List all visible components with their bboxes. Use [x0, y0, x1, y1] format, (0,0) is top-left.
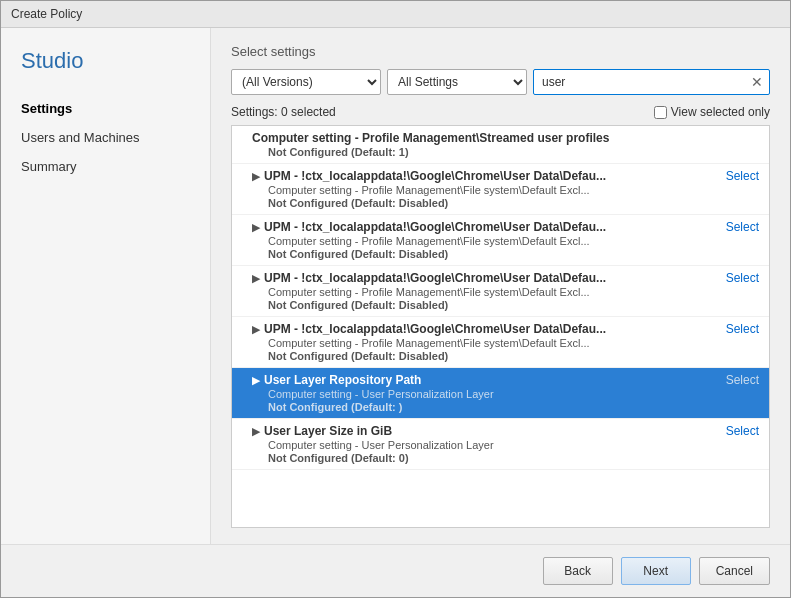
list-item[interactable]: ▶ UPM - !ctx_localappdata!\Google\Chrome… — [232, 164, 769, 215]
item-status: Not Configured (Default: Disabled) — [252, 248, 759, 260]
item-header: ▶ UPM - !ctx_localappdata!\Google\Chrome… — [252, 271, 759, 285]
item-header: ▶ UPM - !ctx_localappdata!\Google\Chrome… — [252, 220, 759, 234]
list-item[interactable]: ▶ UPM - !ctx_localappdata!\Google\Chrome… — [232, 317, 769, 368]
item-path: Computer setting - Profile Management\Fi… — [252, 286, 759, 298]
view-selected-checkbox[interactable] — [654, 106, 667, 119]
sidebar-item-users-label: Users and Machines — [21, 130, 140, 145]
arrow-icon: ▶ — [252, 272, 260, 285]
item-status: Not Configured (Default: Disabled) — [252, 350, 759, 362]
sidebar-item-summary[interactable]: Summary — [1, 152, 210, 181]
list-item-selected[interactable]: ▶ User Layer Repository Path Select Comp… — [232, 368, 769, 419]
item-status: Not Configured (Default: Disabled) — [252, 299, 759, 311]
item-header: ▶ UPM - !ctx_localappdata!\Google\Chrome… — [252, 322, 759, 336]
main-window: Create Policy Studio Settings Users and … — [0, 0, 791, 598]
settings-list[interactable]: Computer setting - Profile Management\St… — [231, 125, 770, 528]
item-title-row: ▶ UPM - !ctx_localappdata!\Google\Chrome… — [252, 322, 606, 336]
back-button[interactable]: Back — [543, 557, 613, 585]
item-status: Not Configured (Default: Disabled) — [252, 197, 759, 209]
item-path: Computer setting - User Personalization … — [252, 439, 759, 451]
list-item[interactable]: ▶ UPM - !ctx_localappdata!\Google\Chrome… — [232, 266, 769, 317]
select-link[interactable]: Select — [718, 424, 759, 438]
item-header: ▶ User Layer Size in GiB Select — [252, 424, 759, 438]
item-title: Computer setting - Profile Management\St… — [252, 131, 609, 145]
search-input[interactable] — [538, 75, 749, 89]
item-title-row: Computer setting - Profile Management\St… — [252, 131, 609, 145]
select-link[interactable]: Select — [718, 271, 759, 285]
item-header: ▶ User Layer Repository Path Select — [252, 373, 759, 387]
view-selected-container: View selected only — [654, 105, 770, 119]
item-title-row: ▶ UPM - !ctx_localappdata!\Google\Chrome… — [252, 169, 606, 183]
item-status: Not Configured (Default: ) — [252, 401, 759, 413]
item-title: User Layer Repository Path — [264, 373, 421, 387]
item-title: UPM - !ctx_localappdata!\Google\Chrome\U… — [264, 220, 606, 234]
title-bar: Create Policy — [1, 1, 790, 28]
arrow-icon: ▶ — [252, 323, 260, 336]
item-title: User Layer Size in GiB — [264, 424, 392, 438]
item-path: Computer setting - Profile Management\Fi… — [252, 337, 759, 349]
item-status: Not Configured (Default: 0) — [252, 452, 759, 464]
select-link[interactable]: Select — [718, 220, 759, 234]
item-title: UPM - !ctx_localappdata!\Google\Chrome\U… — [264, 322, 606, 336]
item-path: Computer setting - User Personalization … — [252, 388, 759, 400]
next-button[interactable]: Next — [621, 557, 691, 585]
select-link[interactable]: Select — [718, 373, 759, 387]
list-item[interactable]: ▶ User Layer Size in GiB Select Computer… — [232, 419, 769, 470]
item-title-row: ▶ UPM - !ctx_localappdata!\Google\Chrome… — [252, 220, 606, 234]
section-title: Select settings — [231, 44, 770, 59]
select-link[interactable]: Select — [718, 169, 759, 183]
sidebar-item-users-machines[interactable]: Users and Machines — [1, 123, 210, 152]
item-title-row: ▶ UPM - !ctx_localappdata!\Google\Chrome… — [252, 271, 606, 285]
main-panel: Select settings (All Versions) All Setti… — [211, 28, 790, 544]
sidebar-title: Studio — [1, 48, 210, 94]
arrow-icon: ▶ — [252, 425, 260, 438]
item-title: UPM - !ctx_localappdata!\Google\Chrome\U… — [264, 271, 606, 285]
list-item[interactable]: ▶ UPM - !ctx_localappdata!\Google\Chrome… — [232, 215, 769, 266]
view-selected-text: View selected only — [671, 105, 770, 119]
sidebar-item-summary-label: Summary — [21, 159, 77, 174]
cancel-button[interactable]: Cancel — [699, 557, 770, 585]
item-header: ▶ UPM - !ctx_localappdata!\Google\Chrome… — [252, 169, 759, 183]
item-path: Computer setting - Profile Management\Fi… — [252, 235, 759, 247]
content-area: Studio Settings Users and Machines Summa… — [1, 28, 790, 544]
filter-row: (All Versions) All Settings ✕ — [231, 69, 770, 95]
select-link[interactable]: Select — [718, 322, 759, 336]
search-clear-icon[interactable]: ✕ — [749, 75, 765, 89]
selected-row: Settings: 0 selected View selected only — [231, 105, 770, 119]
selected-count: Settings: 0 selected — [231, 105, 336, 119]
footer: Back Next Cancel — [1, 544, 790, 597]
sidebar-item-settings-label: Settings — [21, 101, 72, 116]
search-box: ✕ — [533, 69, 770, 95]
version-dropdown[interactable]: (All Versions) — [231, 69, 381, 95]
item-header: Computer setting - Profile Management\St… — [252, 131, 759, 145]
arrow-icon: ▶ — [252, 170, 260, 183]
item-path: Computer setting - Profile Management\Fi… — [252, 184, 759, 196]
settings-dropdown[interactable]: All Settings — [387, 69, 527, 95]
item-title-row: ▶ User Layer Repository Path — [252, 373, 421, 387]
item-status: Not Configured (Default: 1) — [252, 146, 759, 158]
sidebar: Studio Settings Users and Machines Summa… — [1, 28, 211, 544]
item-title: UPM - !ctx_localappdata!\Google\Chrome\U… — [264, 169, 606, 183]
window-title: Create Policy — [11, 7, 82, 21]
sidebar-item-settings[interactable]: Settings — [1, 94, 210, 123]
item-title-row: ▶ User Layer Size in GiB — [252, 424, 392, 438]
arrow-icon: ▶ — [252, 374, 260, 387]
list-item[interactable]: Computer setting - Profile Management\St… — [232, 126, 769, 164]
arrow-icon: ▶ — [252, 221, 260, 234]
